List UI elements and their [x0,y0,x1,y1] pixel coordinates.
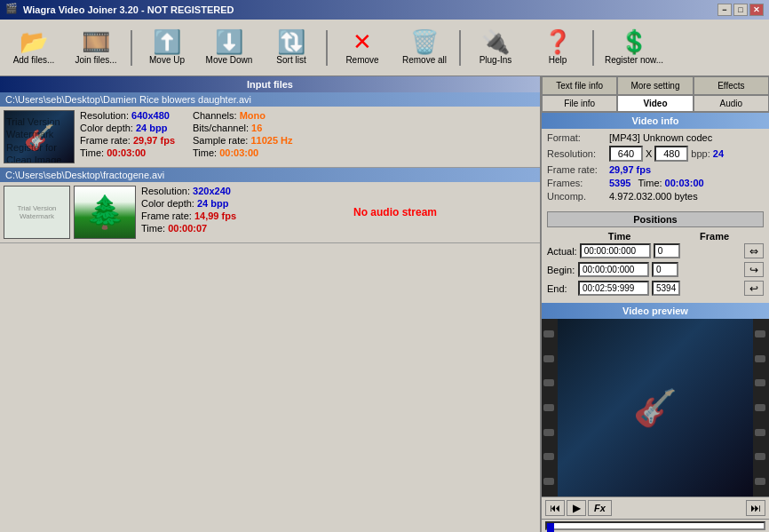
file1-audiotime-val: 00:03:00 [219,147,258,158]
resolution-row: Resolution: 640 X 480 bpp: 24 [547,146,764,162]
preview-content-icon: 🎸 [633,387,678,429]
file2-body: Trial VersionWatermark 🌲 Resolution: 320… [0,182,540,242]
preview-section: Video preview 🎸 [542,303,769,532]
window-controls: − □ ✕ [717,4,764,16]
file2-thumbnail-2: 🌲 [74,186,136,239]
sort-list-button[interactable]: 🔃 Sort list [261,23,321,73]
film-hole [755,379,765,386]
move-up-icon: ⬆️ [153,30,181,53]
move-down-icon: ⬇️ [215,30,243,53]
file1-bits-row: Bits/channel: 16 [193,123,293,133]
right-content: Video info Format: [MP43] Unknown codec … [542,113,769,532]
register-icon: 💲 [620,30,648,53]
help-button[interactable]: ❓ Help [527,23,588,73]
move-up-button[interactable]: ⬆️ Move Up [137,23,197,73]
remove-all-icon: 🗑️ [410,30,439,53]
file2-time-row: Time: 00:00:07 [141,223,236,234]
move-down-button[interactable]: ⬇️ Move Down [199,23,259,73]
join-files-button[interactable]: 🎞️ Join files... [66,23,126,73]
add-files-icon: 📂 [20,30,48,53]
film-hole [543,429,554,436]
remove-all-button[interactable]: 🗑️ Remove all [394,23,455,73]
film-hole [755,330,765,337]
toolbar-separator-2 [326,30,328,66]
plug-ins-button[interactable]: 🔌 Plug-Ins [465,23,526,73]
file1-bits-val: 16 [251,123,262,133]
scrubber-row [542,519,769,532]
title-bar: 🎬 Wiagra Video Joiner 3.20 - NOT REGISTE… [0,0,769,20]
film-hole [755,404,765,411]
right-panel: Text file info More setting Effects File… [542,76,769,532]
format-row: Format: [MP43] Unknown codec [547,132,764,143]
actual-frame-input[interactable]: 0 [654,243,680,258]
file1-framerate-row: Frame rate: 29,97 fps [80,135,175,146]
tab-file-info[interactable]: File info [542,95,617,111]
actual-time-input[interactable]: 00:00:00:000 [580,243,651,258]
preview-play-button[interactable]: ▶ [567,500,586,516]
remove-button[interactable]: ✕ Remove [332,23,392,73]
end-time-input[interactable]: 00:02:59:999 [578,281,649,296]
main-area: Input files C:\Users\seb\Desktop\Damien … [0,76,769,532]
file1-resolution-row: Resolution: 640x480 [80,110,175,121]
video-preview-header: Video preview [542,303,769,319]
file2-resolution-row: Resolution: 320x240 [141,186,236,196]
res-width-input[interactable]: 640 [609,146,643,162]
toolbar-separator-3 [459,30,461,66]
preview-goto-end-button[interactable]: ⏭ [746,500,765,516]
film-hole [543,478,554,485]
film-hole [755,453,765,460]
format-value: [MP43] Unknown codec [609,132,712,143]
file1-samplerate-val: 11025 Hz [250,135,292,146]
film-hole [755,429,765,436]
input-files-header: Input files [0,76,540,92]
film-hole [755,478,765,485]
add-files-button[interactable]: 📂 Add files... [4,23,64,73]
minimize-button[interactable]: − [717,4,732,16]
tab-audio[interactable]: Audio [694,95,769,111]
tab-text-file-info[interactable]: Text file info [542,76,617,94]
begin-frame-input[interactable]: 0 [652,262,678,277]
fx-button[interactable]: Fx [588,500,612,516]
film-hole [543,379,554,386]
preview-goto-start-button[interactable]: ⏮ [545,500,565,516]
film-hole [543,330,554,337]
file2-no-audio: No audio stream [254,186,536,239]
file-entry-1[interactable]: C:\Users\seb\Desktop\Damien Rice blowers… [0,92,540,168]
join-files-icon: 🎞️ [82,30,110,53]
close-button[interactable]: ✕ [749,4,764,16]
remove-icon: ✕ [353,30,372,53]
app-icon: 🎬 [5,3,20,17]
toolbar-separator-1 [131,30,132,66]
file1-channels-row: Channels: Mono [193,110,293,121]
file1-colordepth-val: 24 bpp [136,123,167,133]
film-hole [543,355,554,362]
res-height-input[interactable]: 480 [654,146,688,162]
file1-info-col2: Channels: Mono Bits/channel: 16 Sample r… [193,110,293,163]
watermark-icon: Trial VersionWatermark [17,204,56,220]
begin-time-input[interactable]: 00:00:00:000 [578,262,649,277]
begin-set-button[interactable]: ↪ [744,262,764,277]
file2-resolution-val: 320x240 [193,186,231,196]
scrubber[interactable] [545,521,765,530]
help-icon: ❓ [543,30,572,53]
file1-path: C:\Users\seb\Desktop\Damien Rice blowers… [0,92,540,107]
file1-info-col1: Resolution: 640x480 Color depth: 24 bpp … [80,110,175,163]
scrubber-thumb [547,523,554,532]
tab-more-setting[interactable]: More setting [617,76,693,94]
actual-set-button[interactable]: ⇔ [744,243,764,258]
end-set-button[interactable]: ↩ [744,281,764,296]
preview-area: 🎸 [542,319,769,496]
file-entry-2[interactable]: C:\Users\seb\Desktop\fractogene.avi Tria… [0,168,540,243]
tab-effects[interactable]: Effects [694,76,769,94]
file2-thumbs: Trial VersionWatermark 🌲 [4,186,136,239]
preview-controls: ⏮ ▶ Fx ⏭ [542,496,769,519]
pos-end-row: End: 00:02:59:999 5394 ↩ [547,281,764,296]
sort-list-icon: 🔃 [277,30,305,53]
file2-time-val: 00:00:07 [168,223,207,234]
tab-video[interactable]: Video [617,95,693,111]
end-frame-input[interactable]: 5394 [652,281,680,296]
register-now-button[interactable]: 💲 Register now... [599,23,670,73]
restore-button[interactable]: □ [733,4,748,16]
positions-section: Positions Time Frame Actual: 00:00:00:00… [542,208,769,303]
watermark-overlay: Trial Version Watermark Register for Cle… [6,115,74,163]
